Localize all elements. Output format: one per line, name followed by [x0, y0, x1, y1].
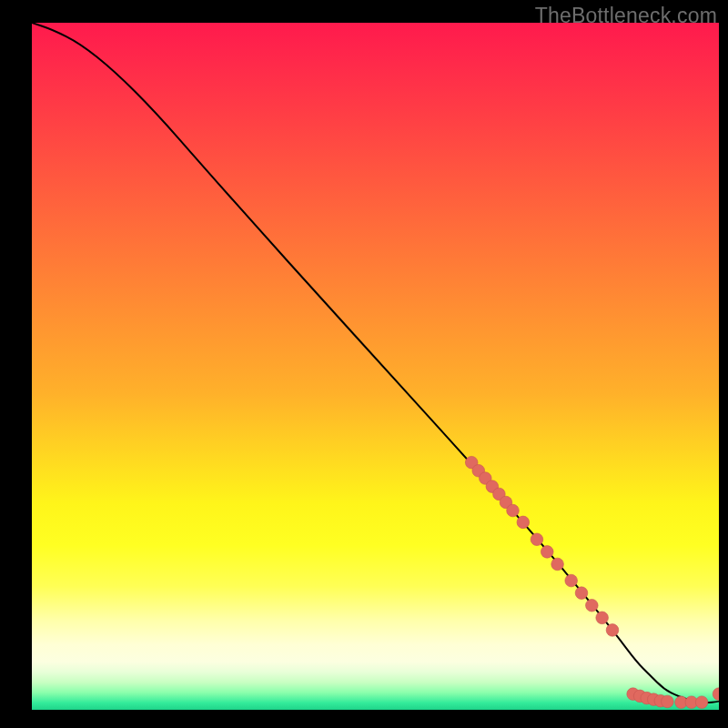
data-marker [575, 587, 588, 600]
data-marker [531, 533, 543, 546]
data-marker [551, 558, 564, 571]
data-marker [596, 612, 609, 624]
watermark-label: TheBottleneck.com [535, 4, 717, 28]
data-marker [565, 574, 578, 587]
data-marker [541, 546, 553, 559]
data-marker [517, 516, 530, 529]
data-marker [586, 599, 599, 612]
curve-line [32, 23, 719, 703]
data-marker [662, 695, 674, 708]
data-marker [695, 696, 708, 709]
plot-area [32, 23, 719, 710]
data-marker [606, 624, 619, 637]
chart-svg [32, 23, 719, 710]
data-marker [713, 688, 719, 701]
data-marker [507, 504, 520, 517]
chart-frame: TheBottleneck.com [0, 0, 728, 728]
